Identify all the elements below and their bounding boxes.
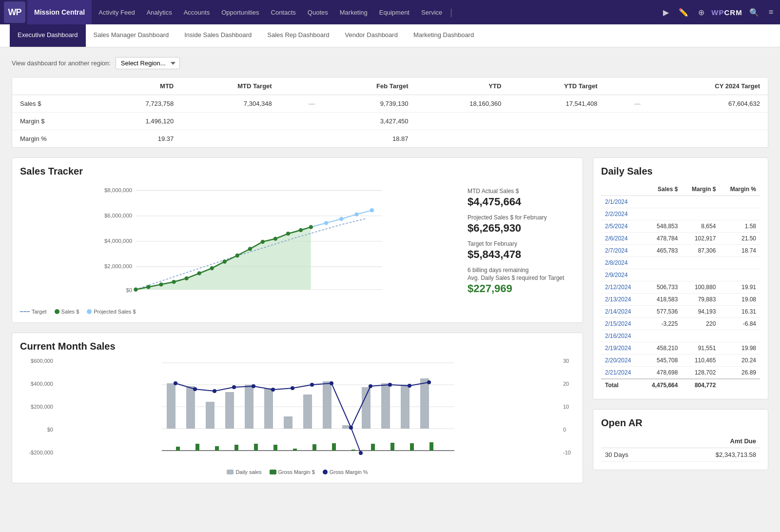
table-row: 2/8/2024: [601, 257, 760, 269]
svg-rect-48: [293, 449, 297, 451]
daily-pct: 18.74: [720, 245, 760, 257]
legend-sales: Sales $: [55, 309, 79, 315]
legend-daily-sales: Daily sales: [227, 469, 261, 475]
y-left-400k: $400,000: [31, 381, 53, 387]
daily-sales-date[interactable]: 2/19/2024: [601, 342, 642, 355]
daily-sales-date[interactable]: 2/20/2024: [601, 355, 642, 367]
nav-accounts[interactable]: Accounts: [178, 0, 215, 24]
legend-target: Target: [20, 309, 47, 315]
nav-search-icon[interactable]: 🔍: [746, 6, 762, 19]
daily-sales-date[interactable]: 2/9/2024: [601, 269, 642, 281]
tab-marketing[interactable]: Marketing Dashboard: [406, 24, 482, 47]
tab-sales-rep[interactable]: Sales Rep Dashboard: [259, 24, 337, 47]
projected-dot-icon: [87, 309, 92, 314]
metric-cell: [416, 130, 509, 148]
daily-sales-date[interactable]: 2/2/2024: [601, 208, 642, 220]
daily-sales: [642, 208, 682, 220]
legend-daily-sales-label: Daily sales: [235, 469, 261, 475]
nav-quotes[interactable]: Quotes: [302, 0, 334, 24]
daily-pct: [720, 196, 760, 208]
nav-edit-icon[interactable]: ✏️: [676, 6, 691, 19]
legend-projected: Projected Sales $: [87, 309, 136, 315]
table-row: 2/7/2024465,78387,30618.74: [601, 245, 760, 257]
metric-cell: [181, 130, 279, 148]
table-row: 2/6/2024478,784102,91721.50: [601, 233, 760, 245]
daily-sales-date[interactable]: 2/15/2024: [601, 318, 642, 330]
tab-sales-manager[interactable]: Sales Manager Dashboard: [86, 24, 177, 47]
svg-point-28: [299, 228, 303, 232]
daily-sales-card: Daily Sales Sales $ Margin $ Margin % 2/…: [593, 158, 768, 399]
daily-pct: 21.50: [720, 233, 760, 245]
daily-margin: 79,883: [682, 294, 720, 306]
chart-legend: Target Sales $ Projected Sales $: [20, 309, 460, 315]
tab-executive-dashboard[interactable]: Executive Dashboard: [10, 24, 86, 47]
svg-rect-42: [234, 445, 238, 451]
daily-sales-date[interactable]: 2/8/2024: [601, 257, 642, 269]
y-left-0: $0: [47, 427, 53, 433]
table-row: 2/2/2024: [601, 208, 760, 220]
svg-point-69: [291, 386, 294, 390]
current-month-card: Current Month Sales $600,000 $400,000 $2…: [12, 333, 583, 483]
table-row: 2/9/2024: [601, 269, 760, 281]
daily-sales-date[interactable]: 2/1/2024: [601, 196, 642, 208]
metric-cell: 3,427,450: [323, 113, 416, 130]
legend-gross-margin-pct-label: Gross Margin %: [330, 469, 368, 475]
nav-circle-icon[interactable]: ⊕: [695, 6, 707, 19]
svg-point-70: [310, 383, 314, 387]
nav-analytics[interactable]: Analytics: [141, 0, 178, 24]
daily-sales-date[interactable]: 2/14/2024: [601, 306, 642, 318]
current-month-title: Current Month Sales: [20, 341, 575, 352]
logo[interactable]: WP: [4, 1, 25, 23]
svg-rect-36: [176, 447, 180, 451]
nav-contacts[interactable]: Contacts: [265, 0, 302, 24]
svg-rect-52: [332, 443, 336, 451]
svg-rect-50: [312, 444, 316, 451]
daily-sales-date[interactable]: 2/5/2024: [601, 220, 642, 233]
ar-row-30days-label: 30 Days: [601, 448, 663, 462]
nav-marketing[interactable]: Marketing: [334, 0, 373, 24]
daily-sales-date[interactable]: 2/13/2024: [601, 294, 642, 306]
daily-sales: 478,784: [642, 233, 682, 245]
svg-point-71: [330, 381, 333, 385]
daily-margin: 91,551: [682, 342, 720, 355]
nav-service[interactable]: Service: [415, 0, 448, 24]
svg-point-72: [349, 426, 353, 430]
nav-arrow-icon[interactable]: ▶: [660, 6, 672, 19]
daily-pct: [720, 208, 760, 220]
daily-sales-date[interactable]: 2/7/2024: [601, 245, 642, 257]
daily-sales-date[interactable]: 2/12/2024: [601, 281, 642, 294]
svg-rect-60: [410, 443, 414, 451]
y-left-200k: $200,000: [31, 404, 53, 410]
tab-vendor[interactable]: Vendor Dashboard: [337, 24, 405, 47]
nav-mission-central[interactable]: Mission Central: [27, 0, 92, 24]
region-select[interactable]: Select Region...: [116, 57, 180, 69]
table-row: 2/12/2024506,733100,88019.91: [601, 281, 760, 294]
daily-sales-date[interactable]: 2/16/2024: [601, 330, 642, 342]
nav-equipment[interactable]: Equipment: [373, 0, 415, 24]
nav-opportunities[interactable]: Opportunities: [215, 0, 265, 24]
tracker-stats: MTD Actual Sales $ $4,475,664 Projected …: [468, 183, 575, 315]
svg-point-24: [248, 247, 252, 251]
y-right-20: 20: [563, 381, 569, 387]
open-ar-table: Amt Due 30 Days $2,343,713.58: [601, 434, 760, 462]
table-row: 2/5/2024548,8538,6541.58: [601, 220, 760, 233]
daily-margin: 128,702: [682, 367, 720, 379]
svg-text:$2,000,000: $2,000,000: [104, 263, 132, 269]
svg-point-13: [354, 212, 358, 216]
svg-rect-47: [284, 416, 292, 429]
daily-sales-date[interactable]: 2/21/2024: [601, 367, 642, 379]
metric-cell: [509, 113, 605, 130]
nav-menu-icon[interactable]: ≡: [766, 6, 776, 19]
legend-sales-label: Sales $: [61, 309, 79, 315]
tab-inside-sales[interactable]: Inside Sales Dashboard: [176, 24, 259, 47]
svg-point-74: [369, 384, 372, 388]
open-ar-card: Open AR Amt Due 30 Days $2,343,713.58: [593, 409, 768, 470]
table-row: 2/14/2024577,53694,19316.31: [601, 306, 760, 318]
y-right-neg10: -10: [563, 450, 571, 455]
svg-point-25: [261, 240, 265, 244]
col-pct: Margin %: [720, 183, 760, 196]
main-content: View dashboard for another region: Selec…: [0, 47, 780, 493]
daily-sales-date[interactable]: 2/6/2024: [601, 233, 642, 245]
daily-sales: 506,733: [642, 281, 682, 294]
nav-activity-feed[interactable]: Activity Feed: [93, 0, 140, 24]
